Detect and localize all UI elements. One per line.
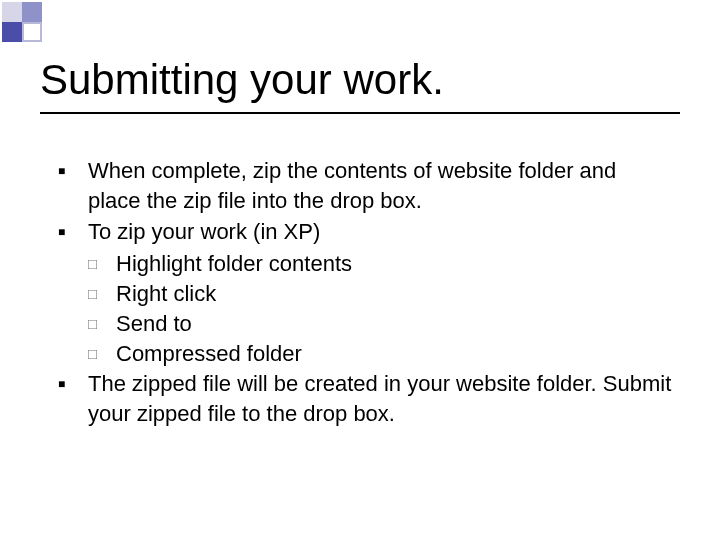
deco-square-light [2, 2, 22, 22]
sub-list-item: Send to [88, 309, 672, 339]
list-item: When complete, zip the contents of websi… [58, 156, 672, 215]
deco-square-med [22, 2, 42, 22]
list-item-text: When complete, zip the contents of websi… [88, 156, 672, 215]
body-area: When complete, zip the contents of websi… [58, 156, 672, 431]
hollow-square-bullet-icon [88, 309, 116, 339]
square-bullet-icon [58, 217, 88, 247]
corner-decoration [2, 2, 46, 46]
square-bullet-icon [58, 369, 88, 428]
sub-list-item-text: Highlight folder contents [116, 249, 672, 279]
hollow-square-bullet-icon [88, 249, 116, 279]
list-item: To zip your work (in XP) [58, 217, 672, 247]
title-area: Submitting your work. [40, 56, 680, 114]
deco-square-outline [22, 22, 42, 42]
sub-list-item: Right click [88, 279, 672, 309]
list-item-text: To zip your work (in XP) [88, 217, 672, 247]
slide: Submitting your work. When complete, zip… [0, 0, 720, 540]
square-bullet-icon [58, 156, 88, 215]
list-item-text: The zipped file will be created in your … [88, 369, 672, 428]
sub-list-item: Highlight folder contents [88, 249, 672, 279]
sub-list-item: Compressed folder [88, 339, 672, 369]
sub-list-item-text: Right click [116, 279, 672, 309]
hollow-square-bullet-icon [88, 339, 116, 369]
sub-list-item-text: Compressed folder [116, 339, 672, 369]
list-item: The zipped file will be created in your … [58, 369, 672, 428]
hollow-square-bullet-icon [88, 279, 116, 309]
sub-list-item-text: Send to [116, 309, 672, 339]
slide-title: Submitting your work. [40, 56, 680, 104]
deco-square-dark [2, 22, 22, 42]
